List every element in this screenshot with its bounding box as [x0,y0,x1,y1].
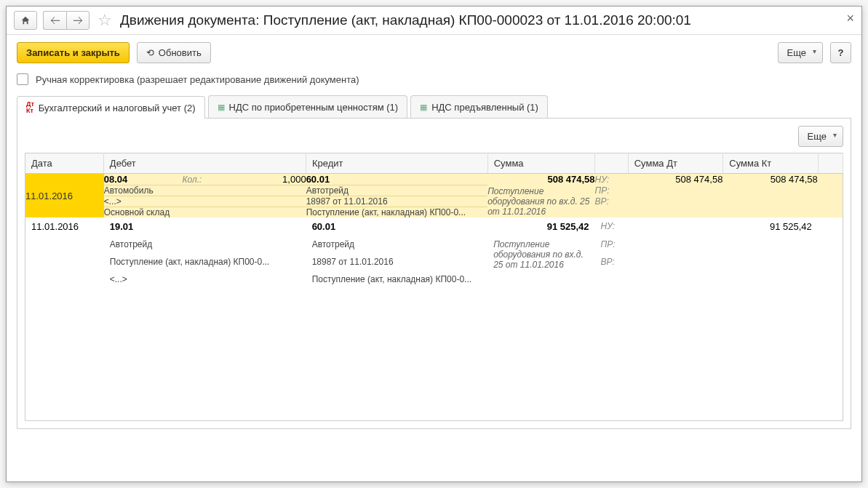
cell-qty: 1,000 [232,174,306,185]
th-end[interactable] [818,153,843,174]
favorite-icon[interactable]: ☆ [95,11,114,30]
table-row[interactable]: <...> 18987 от 11.01.2016 ВР: [25,196,843,207]
forward-button[interactable]: 🡢 [66,11,89,30]
cell-sum: 91 525,42 [547,221,589,232]
tab-label: НДС по приобретенным ценностям (1) [229,102,399,113]
cell-date: 11.01.2016 [25,174,104,217]
refresh-icon: ⟲ [146,47,154,58]
vr-label: ВР: [595,253,628,271]
more-button[interactable]: Еще [778,42,823,63]
cell-sum-kt: 91 525,42 [722,217,817,236]
window: × 🡠 🡢 ☆ Движения документа: Поступление … [6,6,862,482]
back-button[interactable]: 🡠 [43,11,66,30]
cell-sum: 508 474,58 [548,174,595,185]
cell-credit-sub2: 18987 от 11.01.2016 [306,253,488,271]
cell-sum-desc: Поступление оборудования по вх.д. 25 от … [487,236,594,288]
toolbar: Записать и закрыть ⟲ Обновить Еще ? [17,42,851,63]
cell-sum-desc: Поступление оборудования по вх.д. 25 от … [487,185,594,218]
table-row[interactable]: 11.01.2016 08.04 Кол.: 1,000 60.01 508 4… [25,174,843,185]
tab-label: НДС предъявленный (1) [431,102,538,113]
tab-accounting[interactable]: ДтКт Бухгалтерский и налоговый учет (2) [17,96,205,119]
cell-debit-sub1: Автомобиль [104,185,306,196]
dk-icon: ДтКт [26,101,34,114]
th-sum-dt[interactable]: Сумма Дт [628,153,723,174]
th-sum[interactable]: Сумма [487,153,595,174]
th-debit[interactable]: Дебет [103,153,306,174]
pr-label: ПР: [595,236,628,253]
cell-credit-sub1: Автотрейд [306,185,488,196]
home-button[interactable] [14,11,37,30]
close-icon[interactable]: × [846,11,854,26]
table-row[interactable]: Поступление (акт, накладная) КП00-0... 1… [25,253,843,271]
th-blank[interactable] [595,153,628,174]
manual-edit-label: Ручная корректировка (разрешает редактир… [36,74,359,85]
tab-vat-acquired[interactable]: ▦ НДС по приобретенным ценностям (1) [208,95,408,118]
th-date[interactable]: Дата [25,153,104,174]
save-close-button[interactable]: Записать и закрыть [17,42,130,63]
refresh-label: Обновить [159,47,202,58]
cell-credit-acct: 60.01 [306,174,330,185]
cell-debit-sub2: <...> [104,196,306,207]
pr-label: ПР: [595,185,628,196]
th-sum-kt[interactable]: Сумма Кт [723,153,819,174]
tab-label: Бухгалтерский и налоговый учет (2) [39,103,196,113]
cell-debit-acct: 19.01 [110,221,134,232]
tabpanel: Еще Дата Дебет Кредит Сумма Сумма Дт [17,119,851,429]
tab-vat-presented[interactable]: ▦ НДС предъявленный (1) [410,95,548,118]
sheet-icon: ▦ [420,103,427,112]
tabs: ДтКт Бухгалтерский и налоговый учет (2) … [17,95,851,119]
nu-label: НУ: [595,174,628,185]
grid-body[interactable]: 11.01.2016 08.04 Кол.: 1,000 60.01 508 4… [25,174,843,421]
cell-debit-sub2: Поступление (акт, накладная) КП00-0... [104,253,306,271]
grid-more-button[interactable]: Еще [798,126,843,147]
cell-sum-dt [628,217,722,236]
help-button[interactable]: ? [830,42,851,63]
cell-credit-sub2: 18987 от 11.01.2016 [306,196,488,207]
sheet-icon: ▦ [218,103,225,112]
cell-credit-sub1: Автотрейд [306,236,488,253]
manual-edit-row: Ручная корректировка (разрешает редактир… [17,73,851,85]
th-credit[interactable]: Кредит [306,153,487,174]
cell-debit-acct: 08.04 [104,174,128,185]
cell-credit-acct: 60.01 [312,221,336,232]
cell-debit-sub3: <...> [104,271,306,288]
table-row[interactable]: Автомобиль Автотрейд Поступление оборудо… [25,185,843,196]
cell-debit-sub1: Автотрейд [104,236,306,253]
table-row[interactable]: 11.01.2016 19.01 60.01 91 525,42 НУ: 91 … [25,217,843,236]
manual-edit-checkbox[interactable] [17,73,28,85]
table-row[interactable]: Автотрейд Автотрейд Поступление оборудов… [25,236,843,253]
cell-credit-sub3: Поступление (акт, накладная) КП00-0... [306,207,488,218]
table-row[interactable]: <...> Поступление (акт, накладная) КП00-… [25,271,843,288]
cell-debit-sub3: Основной склад [104,207,306,218]
grid-header: Дата Дебет Кредит Сумма Сумма Дт Сумма К… [25,153,843,174]
cell-date: 11.01.2016 [25,217,104,288]
nu-label: НУ: [595,217,628,236]
cell-sum-kt: 508 474,58 [722,174,817,185]
vr-label: ВР: [595,196,628,207]
qty-label: Кол.: [183,174,232,185]
cell-sum-dt: 508 474,58 [628,174,722,185]
table-row[interactable]: Основной склад Поступление (акт, накладн… [25,207,843,218]
titlebar: 🡠 🡢 ☆ Движения документа: Поступление (а… [7,7,861,35]
page-title: Движения документа: Поступление (акт, на… [120,12,691,28]
cell-credit-sub3: Поступление (акт, накладная) КП00-0... [306,271,488,288]
refresh-button[interactable]: ⟲ Обновить [137,42,211,63]
